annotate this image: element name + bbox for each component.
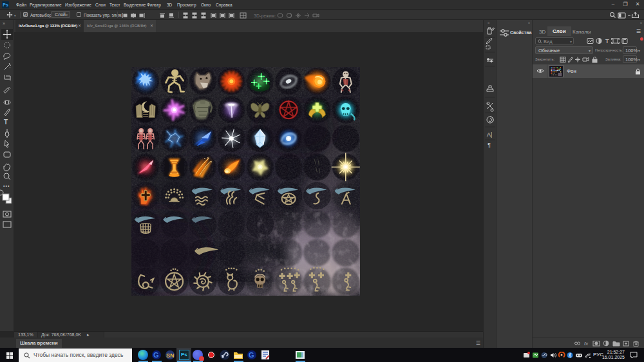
svg-text:A|: A| — [487, 131, 492, 138]
svg-text:T: T — [4, 119, 8, 126]
svg-text:fx: fx — [584, 341, 589, 347]
svg-text:«: « — [488, 21, 490, 24]
svg-text:•••: ••• — [3, 184, 10, 188]
svg-text:SN: SN — [166, 352, 175, 359]
svg-text:G: G — [249, 351, 254, 359]
svg-text:T: T — [605, 38, 609, 44]
svg-text:3D-режим:: 3D-режим: — [254, 14, 276, 19]
svg-text:»: » — [3, 21, 5, 26]
svg-text:G: G — [153, 351, 159, 359]
svg-text:¶: ¶ — [488, 142, 491, 148]
